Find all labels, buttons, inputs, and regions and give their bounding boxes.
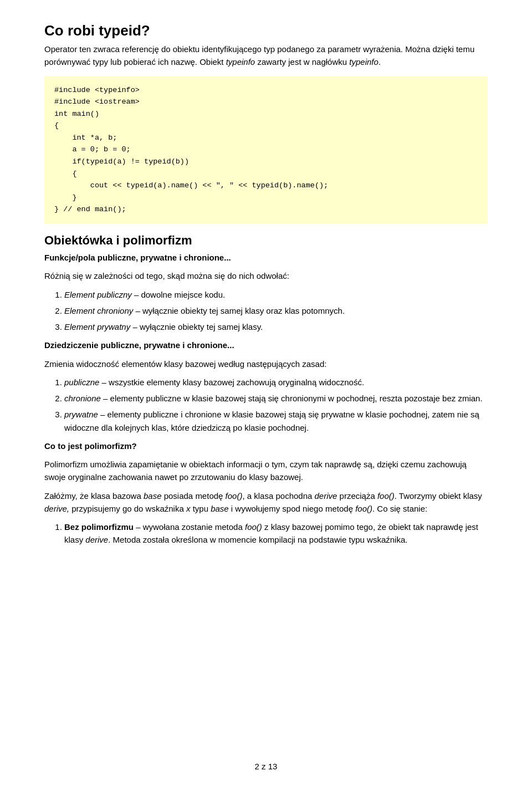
s3p2-end: . Co się stanie: <box>372 504 427 513</box>
list-item: Element chroniony – wyłącznie obiekty te… <box>64 304 488 317</box>
list-item: Element prywatny – wyłącznie obiekty tej… <box>64 320 488 333</box>
s3p2-mid2: , a klasa pochodna <box>242 491 314 501</box>
s3p2-derive: derive <box>315 491 337 501</box>
s3p2-mid1: posiada metodę <box>162 491 226 501</box>
list-item: Bez polimorfizmu – wywołana zostanie met… <box>64 520 488 547</box>
s3-item1-end: . Metoda została określona w momencie ko… <box>108 535 407 544</box>
s3p2-base: base <box>144 491 162 501</box>
intro-typeinfo-italic: typeinfo <box>226 57 255 67</box>
s3p2-base2: base <box>211 504 229 513</box>
s2-item1-rest: – wszystkie elementy klasy bazowej zacho… <box>99 377 364 387</box>
section3-para2: Załóżmy, że klasa bazowa base posiada me… <box>44 489 488 516</box>
s3p2-mid6: typu <box>190 504 211 513</box>
intro-paragraph: Operator ten zwraca referencję do obiekt… <box>44 43 488 69</box>
s3p2-start: Załóżmy, że klasa bazowa <box>44 491 144 501</box>
section1-subtitle: Funkcje/pola publiczne, prywatne i chron… <box>44 251 488 264</box>
intro-typeinfo2-italic: typeinfo <box>349 57 378 67</box>
list-item: chronione – elementy publiczne w klasie … <box>64 392 488 405</box>
page-title: Co robi typeid? <box>44 22 488 39</box>
item1-rest: – dowolne miejsce kodu. <box>132 290 225 299</box>
s3-item1-bold: Bez polimorfizmu <box>64 522 134 532</box>
item3-italic: Element prywatny <box>64 322 130 331</box>
section2-sub-bold: Dziedziczenie publiczne, prywatne i chro… <box>44 340 234 350</box>
section2-list: publiczne – wszystkie elementy klasy baz… <box>64 376 488 434</box>
page-container: Co robi typeid? Operator ten zwraca refe… <box>0 0 532 791</box>
s2-item3-italic: prywatne <box>64 410 98 419</box>
item2-italic: Element chroniony <box>64 306 133 315</box>
s2-item2-rest: – elementy publiczne w klasie bazowej st… <box>101 394 483 403</box>
page-footer: 2 z 13 <box>0 762 532 771</box>
s3-item1-derive: derive <box>85 535 108 544</box>
s3p2-mid4: . Tworzymy obiekt klasy <box>395 491 482 501</box>
intro-text-end: . <box>378 57 381 67</box>
s3p2-mid5: przypisujemy go do wskaźnika <box>69 504 186 513</box>
s3-item1-foo: foo() <box>245 522 262 532</box>
footer-text: 2 z 13 <box>255 762 278 771</box>
s3p2-foo3: foo() <box>355 504 372 513</box>
s3p2-foo: foo() <box>226 491 243 501</box>
section2-subtitle: Dziedziczenie publiczne, prywatne i chro… <box>44 339 488 351</box>
intro-text-2: zawarty jest w nagłówku <box>255 57 349 67</box>
section1-sub-bold: Funkcje/pola publiczne, prywatne i chron… <box>44 253 231 262</box>
section3-title-bold: Co to jest polimorfizm? <box>44 441 137 451</box>
list-item: prywatne – elementy publiczne i chronion… <box>64 408 488 434</box>
section3-title-para: Co to jest polimorfizm? <box>44 440 488 452</box>
item3-rest: – wyłącznie obiekty tej samej klasy. <box>130 322 263 331</box>
section2-intro: Zmienia widoczność elementów klasy bazow… <box>44 358 488 370</box>
s3p2-mid7: i wywołujemy spod niego metodę <box>229 504 355 513</box>
s2-item2-italic: chronione <box>64 394 101 403</box>
s2-item1-italic: publiczne <box>64 377 99 387</box>
item1-italic: Element publiczny <box>64 290 132 299</box>
code-block: #include <typeinfo> #include <iostream> … <box>44 76 488 224</box>
section3-list: Bez polimorfizmu – wywołana zostanie met… <box>64 520 488 547</box>
s3-item1-rest: – wywołana zostanie metoda <box>134 522 245 532</box>
s3p2-foo2: foo() <box>377 491 395 501</box>
section1-title: Obiektówka i polimorfizm <box>44 233 488 248</box>
list-item: publiczne – wszystkie elementy klasy baz… <box>64 376 488 389</box>
section1-intro: Różnią się w zależności od tego, skąd mo… <box>44 269 488 282</box>
section1-list: Element publiczny – dowolne miejsce kodu… <box>64 288 488 334</box>
section3-para1: Polimorfizm umożliwia zapamiętanie w obi… <box>44 458 488 484</box>
item2-rest: – wyłącznie obiekty tej samej klasy oraz… <box>133 306 345 315</box>
s3p2-derive2: derive, <box>44 504 69 513</box>
list-item: Element publiczny – dowolne miejsce kodu… <box>64 288 488 301</box>
s2-item3-rest: – elementy publiczne i chronione w klasi… <box>64 410 479 432</box>
s3p2-mid3: przeciąża <box>337 491 377 501</box>
